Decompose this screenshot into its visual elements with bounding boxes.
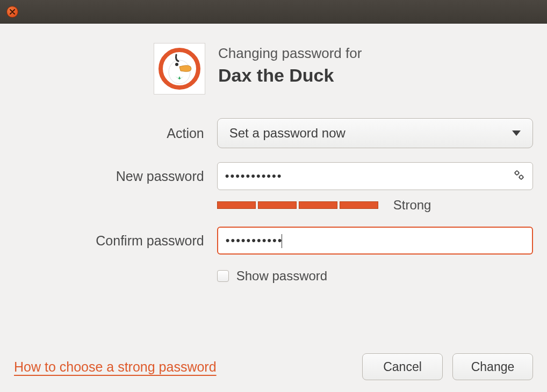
window-close-button[interactable] [6,6,18,18]
action-label: Action [14,126,217,141]
meter-segment [217,201,256,209]
password-strength-meter [217,201,378,209]
confirm-password-input[interactable]: ••••••••••• [217,227,533,255]
dialog-header: Changing password for Dax the Duck [154,43,533,95]
svg-point-3 [520,176,523,179]
meter-segment [340,201,378,209]
generate-password-button[interactable] [513,169,526,184]
action-row: Action Set a password now [14,118,533,148]
new-password-row: New password ••••••••••• [14,162,533,190]
change-button[interactable]: Change [452,353,533,380]
meter-segment [299,201,337,209]
chevron-down-icon [512,130,521,136]
header-title: Dax the Duck [218,65,362,86]
action-selected-value: Set a password now [229,126,346,141]
new-password-label: New password [14,169,217,184]
dialog-footer: How to choose a strong password Cancel C… [14,353,533,380]
svg-point-0 [169,60,190,84]
header-subtitle: Changing password for [218,45,362,62]
button-group: Cancel Change [362,353,533,380]
confirm-password-value: ••••••••••• [226,234,283,247]
header-titles: Changing password for Dax the Duck [218,43,362,86]
avatar [154,43,205,95]
show-password-label: Show password [236,268,327,284]
cancel-button[interactable]: Cancel [362,353,443,380]
help-link[interactable]: How to choose a strong password [14,359,217,375]
close-icon [10,9,15,14]
text-cursor [282,234,282,248]
dialog-content: Changing password for Dax the Duck Actio… [0,24,547,392]
action-select[interactable]: Set a password now [217,118,533,148]
svg-point-1 [175,63,178,66]
duck-icon [163,53,196,85]
new-password-value: ••••••••••• [225,169,283,183]
new-password-input[interactable]: ••••••••••• [217,162,533,190]
gear-icon [513,169,526,182]
svg-point-2 [515,171,519,175]
password-strength-label: Strong [393,198,431,213]
show-password-checkbox[interactable] [217,270,229,282]
titlebar [0,0,547,24]
password-form: Action Set a password now New password •… [14,118,533,284]
strength-row: Strong [14,198,533,213]
confirm-password-label: Confirm password [14,233,217,249]
meter-segment [258,201,297,209]
show-password-row: Show password [14,268,533,284]
confirm-password-row: Confirm password ••••••••••• [14,227,533,255]
avatar-image [159,48,200,90]
